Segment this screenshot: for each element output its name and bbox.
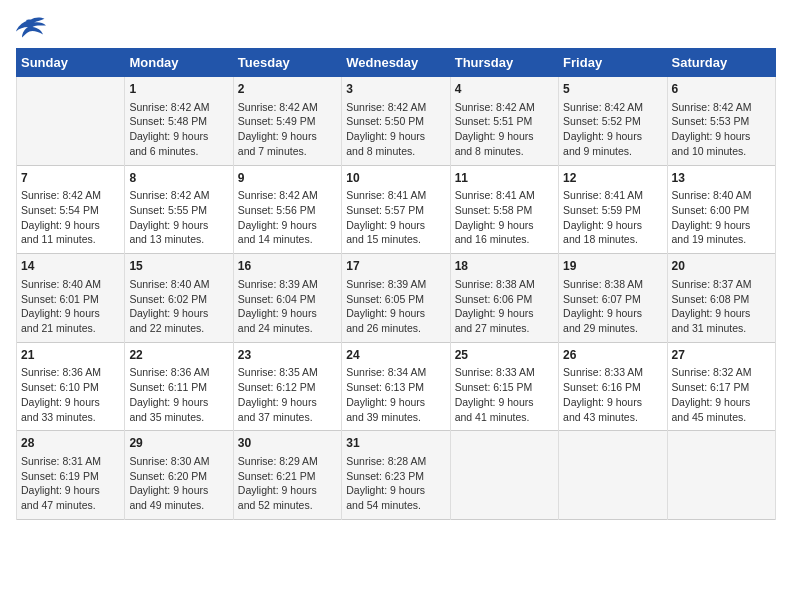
day-number: 28: [21, 435, 120, 452]
day-number: 23: [238, 347, 337, 364]
day-info-line: Sunrise: 8:28 AM: [346, 454, 445, 469]
calendar-cell: 19Sunrise: 8:38 AMSunset: 6:07 PMDayligh…: [559, 254, 667, 343]
day-number: 16: [238, 258, 337, 275]
day-info-line: Sunrise: 8:34 AM: [346, 365, 445, 380]
week-row-1: 1Sunrise: 8:42 AMSunset: 5:48 PMDaylight…: [17, 77, 776, 166]
calendar-cell: 27Sunrise: 8:32 AMSunset: 6:17 PMDayligh…: [667, 342, 775, 431]
day-info-line: Daylight: 9 hours: [672, 129, 771, 144]
calendar-cell: 26Sunrise: 8:33 AMSunset: 6:16 PMDayligh…: [559, 342, 667, 431]
calendar-cell: 30Sunrise: 8:29 AMSunset: 6:21 PMDayligh…: [233, 431, 341, 520]
day-info-line: Sunrise: 8:38 AM: [563, 277, 662, 292]
day-number: 19: [563, 258, 662, 275]
day-info-line: Sunrise: 8:42 AM: [129, 188, 228, 203]
day-info-line: Sunset: 6:13 PM: [346, 380, 445, 395]
calendar-cell: 3Sunrise: 8:42 AMSunset: 5:50 PMDaylight…: [342, 77, 450, 166]
day-info-line: Sunrise: 8:41 AM: [346, 188, 445, 203]
day-info-line: Daylight: 9 hours: [238, 129, 337, 144]
day-number: 18: [455, 258, 554, 275]
calendar-cell: 7Sunrise: 8:42 AMSunset: 5:54 PMDaylight…: [17, 165, 125, 254]
day-info-line: Daylight: 9 hours: [455, 395, 554, 410]
calendar-cell: 1Sunrise: 8:42 AMSunset: 5:48 PMDaylight…: [125, 77, 233, 166]
day-info-line: and 41 minutes.: [455, 410, 554, 425]
calendar-cell: 28Sunrise: 8:31 AMSunset: 6:19 PMDayligh…: [17, 431, 125, 520]
day-info-line: Daylight: 9 hours: [346, 483, 445, 498]
day-info-line: Sunrise: 8:36 AM: [129, 365, 228, 380]
column-header-friday: Friday: [559, 49, 667, 77]
calendar-cell: 16Sunrise: 8:39 AMSunset: 6:04 PMDayligh…: [233, 254, 341, 343]
day-info-line: and 29 minutes.: [563, 321, 662, 336]
day-info-line: Sunset: 6:07 PM: [563, 292, 662, 307]
day-info-line: and 45 minutes.: [672, 410, 771, 425]
day-number: 21: [21, 347, 120, 364]
day-info-line: Sunset: 5:57 PM: [346, 203, 445, 218]
day-info-line: Daylight: 9 hours: [238, 395, 337, 410]
day-info-line: Sunrise: 8:42 AM: [672, 100, 771, 115]
day-info-line: and 19 minutes.: [672, 232, 771, 247]
day-info-line: Sunset: 5:50 PM: [346, 114, 445, 129]
day-info-line: Daylight: 9 hours: [21, 483, 120, 498]
calendar-cell: [667, 431, 775, 520]
day-number: 27: [672, 347, 771, 364]
day-info-line: Sunrise: 8:31 AM: [21, 454, 120, 469]
day-number: 30: [238, 435, 337, 452]
week-row-3: 14Sunrise: 8:40 AMSunset: 6:01 PMDayligh…: [17, 254, 776, 343]
day-info-line: Sunrise: 8:41 AM: [563, 188, 662, 203]
day-number: 31: [346, 435, 445, 452]
day-number: 2: [238, 81, 337, 98]
calendar-cell: [450, 431, 558, 520]
calendar-cell: 24Sunrise: 8:34 AMSunset: 6:13 PMDayligh…: [342, 342, 450, 431]
day-info-line: Sunset: 6:10 PM: [21, 380, 120, 395]
day-info-line: and 43 minutes.: [563, 410, 662, 425]
column-header-saturday: Saturday: [667, 49, 775, 77]
day-info-line: Sunrise: 8:42 AM: [238, 100, 337, 115]
day-info-line: Sunrise: 8:40 AM: [21, 277, 120, 292]
day-info-line: Sunrise: 8:42 AM: [129, 100, 228, 115]
day-info-line: Sunrise: 8:42 AM: [455, 100, 554, 115]
day-info-line: Daylight: 9 hours: [563, 218, 662, 233]
day-number: 1: [129, 81, 228, 98]
day-number: 26: [563, 347, 662, 364]
calendar-cell: 17Sunrise: 8:39 AMSunset: 6:05 PMDayligh…: [342, 254, 450, 343]
day-info-line: and 7 minutes.: [238, 144, 337, 159]
day-info-line: Sunset: 5:54 PM: [21, 203, 120, 218]
day-number: 10: [346, 170, 445, 187]
day-number: 22: [129, 347, 228, 364]
day-info-line: Sunset: 5:53 PM: [672, 114, 771, 129]
day-info-line: and 24 minutes.: [238, 321, 337, 336]
day-number: 12: [563, 170, 662, 187]
day-number: 15: [129, 258, 228, 275]
day-info-line: and 52 minutes.: [238, 498, 337, 513]
day-number: 29: [129, 435, 228, 452]
day-info-line: and 15 minutes.: [346, 232, 445, 247]
day-info-line: Sunset: 6:02 PM: [129, 292, 228, 307]
calendar-cell: 6Sunrise: 8:42 AMSunset: 5:53 PMDaylight…: [667, 77, 775, 166]
column-header-tuesday: Tuesday: [233, 49, 341, 77]
day-info-line: Daylight: 9 hours: [455, 129, 554, 144]
week-row-4: 21Sunrise: 8:36 AMSunset: 6:10 PMDayligh…: [17, 342, 776, 431]
day-info-line: Daylight: 9 hours: [346, 218, 445, 233]
day-info-line: Sunset: 6:19 PM: [21, 469, 120, 484]
day-info-line: Sunrise: 8:40 AM: [129, 277, 228, 292]
day-info-line: Sunset: 6:17 PM: [672, 380, 771, 395]
day-info-line: Sunrise: 8:33 AM: [455, 365, 554, 380]
calendar-cell: 15Sunrise: 8:40 AMSunset: 6:02 PMDayligh…: [125, 254, 233, 343]
calendar-header-row: SundayMondayTuesdayWednesdayThursdayFrid…: [17, 49, 776, 77]
calendar-cell: 8Sunrise: 8:42 AMSunset: 5:55 PMDaylight…: [125, 165, 233, 254]
day-info-line: Sunrise: 8:42 AM: [238, 188, 337, 203]
day-info-line: Daylight: 9 hours: [129, 395, 228, 410]
day-info-line: Sunrise: 8:42 AM: [346, 100, 445, 115]
day-info-line: Sunset: 5:48 PM: [129, 114, 228, 129]
calendar-cell: 13Sunrise: 8:40 AMSunset: 6:00 PMDayligh…: [667, 165, 775, 254]
day-info-line: Daylight: 9 hours: [672, 306, 771, 321]
day-info-line: Sunset: 6:16 PM: [563, 380, 662, 395]
day-info-line: Sunrise: 8:39 AM: [238, 277, 337, 292]
day-info-line: Daylight: 9 hours: [455, 218, 554, 233]
day-info-line: Daylight: 9 hours: [129, 306, 228, 321]
day-info-line: and 54 minutes.: [346, 498, 445, 513]
day-info-line: and 9 minutes.: [563, 144, 662, 159]
day-info-line: Sunset: 5:49 PM: [238, 114, 337, 129]
day-info-line: Daylight: 9 hours: [129, 483, 228, 498]
day-info-line: and 37 minutes.: [238, 410, 337, 425]
day-info-line: and 35 minutes.: [129, 410, 228, 425]
calendar-cell: 9Sunrise: 8:42 AMSunset: 5:56 PMDaylight…: [233, 165, 341, 254]
